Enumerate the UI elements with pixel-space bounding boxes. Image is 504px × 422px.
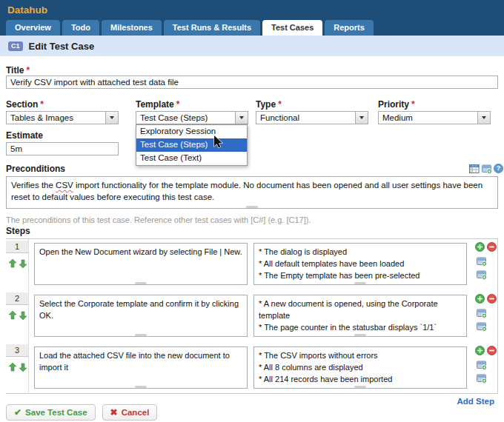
resize-grip[interactable] [354, 386, 366, 388]
resize-grip[interactable] [246, 206, 258, 208]
move-up-icon[interactable] [9, 259, 16, 268]
resize-grip[interactable] [354, 282, 366, 284]
step-row-3: 3 Load the attached CSV file into the ne… [6, 343, 497, 395]
save-test-case-button[interactable]: ✔ Save Test Case [6, 404, 96, 421]
step-expected-textarea[interactable]: * The CSV imports without errors * All 8… [253, 346, 467, 389]
template-select[interactable]: Test Case (Steps) [136, 111, 248, 124]
tab-milestones[interactable]: Milestones [102, 20, 162, 36]
page-header-bar: C1 Edit Test Case [0, 36, 504, 56]
step-number: 2 [6, 292, 28, 305]
step-expected-textarea[interactable]: * A new document is opened, using the Co… [253, 295, 467, 337]
section-label: Section* [6, 99, 44, 110]
priority-select[interactable]: Medium [378, 111, 491, 124]
case-id-badge: C1 [8, 41, 23, 51]
cancel-button[interactable]: ✖ Cancel [102, 404, 158, 421]
step-number: 1 [6, 241, 28, 253]
resize-grip[interactable] [354, 334, 366, 336]
priority-label: Priority* [378, 99, 415, 110]
step-number: 3 [6, 344, 28, 357]
dropdown-option-exploratory-session[interactable]: Exploratory Session [136, 125, 247, 138]
insert-table-expected-icon[interactable] [477, 373, 487, 384]
tab-reports[interactable]: Reports [325, 20, 374, 36]
step-action-textarea[interactable]: Open the New Document wizard by selectin… [34, 243, 248, 285]
template-dropdown-list: Exploratory Session Test Case (Steps) Te… [136, 124, 248, 166]
tab-test-cases[interactable]: Test Cases [262, 20, 322, 36]
add-step-icon[interactable] [475, 242, 485, 252]
insert-table-expected-icon[interactable] [477, 321, 487, 332]
move-down-icon[interactable] [19, 259, 27, 268]
check-icon: ✔ [14, 408, 21, 417]
dropdown-option-test-case-text[interactable]: Test Case (Text) [136, 152, 247, 165]
insert-image-icon[interactable] [482, 164, 492, 174]
edit-test-case-page: Datahub Overview Todo Milestones Test Ru… [0, 0, 504, 422]
add-step-icon[interactable] [475, 346, 485, 355]
table-icon[interactable] [469, 164, 480, 174]
resize-grip[interactable] [135, 386, 147, 388]
resize-grip[interactable] [135, 334, 147, 336]
step-expected-textarea[interactable]: * The dialog is displayed * All default … [253, 243, 467, 285]
delete-step-icon[interactable] [487, 346, 497, 355]
estimate-label: Estimate [6, 130, 43, 141]
estimate-input[interactable] [6, 142, 119, 155]
title-input[interactable] [6, 76, 498, 89]
app-title: Datahub [7, 4, 47, 16]
step-action-textarea[interactable]: Select the Corporate template and confir… [34, 295, 248, 337]
chevron-down-icon[interactable] [235, 112, 248, 124]
insert-table-expected-icon[interactable] [477, 269, 487, 280]
type-select[interactable]: Functional [256, 111, 368, 124]
help-icon[interactable]: ? [494, 164, 503, 173]
insert-table-action-icon[interactable] [477, 256, 487, 267]
delete-step-icon[interactable] [487, 294, 497, 304]
delete-step-icon[interactable] [487, 242, 497, 252]
step-row-2: 2 Select the Corporate template and conf… [6, 291, 497, 343]
tab-bar: Overview Todo Milestones Test Runs & Res… [6, 20, 374, 36]
move-down-icon[interactable] [19, 363, 27, 372]
preconditions-textarea[interactable]: Verifies the CSV import functionality fo… [6, 176, 498, 209]
chevron-down-icon[interactable] [105, 112, 118, 124]
add-step-icon[interactable] [475, 294, 485, 304]
move-up-icon[interactable] [9, 311, 16, 320]
steps-table: 1 Open the New Document wizard by select… [6, 238, 498, 394]
move-up-icon[interactable] [9, 363, 16, 372]
chevron-down-icon[interactable] [355, 112, 368, 124]
steps-label: Steps [6, 226, 30, 236]
type-label: Type* [256, 99, 282, 110]
insert-table-action-icon[interactable] [477, 308, 487, 318]
dropdown-option-test-case-steps[interactable]: Test Case (Steps) [136, 138, 247, 152]
page-title: Edit Test Case [29, 41, 95, 52]
tab-test-runs-results[interactable]: Test Runs & Results [164, 20, 260, 36]
tab-todo[interactable]: Todo [62, 20, 99, 36]
x-icon: ✖ [110, 408, 118, 417]
step-action-textarea[interactable]: Load the attached CSV file into the new … [34, 346, 248, 389]
footer-actions: ✔ Save Test Case ✖ Cancel [6, 404, 157, 421]
insert-table-action-icon[interactable] [477, 360, 487, 370]
misspelled-word: CSV [56, 181, 73, 190]
tab-overview[interactable]: Overview [6, 20, 60, 36]
preconditions-hint: The preconditions of this test case. Ref… [6, 215, 311, 224]
app-header: Datahub Overview Todo Milestones Test Ru… [0, 0, 504, 36]
title-label: Title* [6, 65, 30, 76]
section-select[interactable]: Tables & Images [6, 111, 119, 124]
resize-grip[interactable] [135, 282, 147, 284]
step-row-1: 1 Open the New Document wizard by select… [6, 239, 497, 291]
move-down-icon[interactable] [19, 311, 27, 320]
chevron-down-icon[interactable] [477, 112, 490, 124]
template-label: Template* [136, 99, 179, 110]
add-step-link[interactable]: Add Step [457, 397, 494, 406]
preconditions-label: Preconditions [6, 164, 65, 174]
